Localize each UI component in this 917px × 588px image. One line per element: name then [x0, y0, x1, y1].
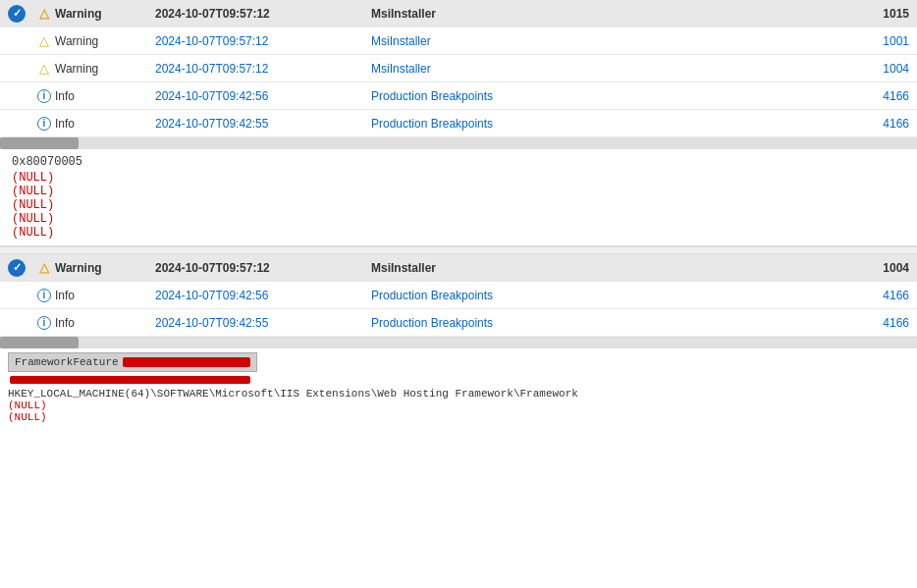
col-datetime: 2024-10-07T09:57:12 — [155, 34, 371, 48]
hex-value: 0x80070005 — [12, 155, 905, 169]
scrollbar-2[interactable] — [0, 337, 917, 348]
detail-panel-1: 0x80070005 (NULL)(NULL)(NULL)(NULL)(NULL… — [0, 149, 917, 246]
registry-line: HKEY_LOCAL_MACHINE(64)\SOFTWARE\Microsof… — [8, 388, 909, 400]
col-datetime: 2024-10-07T09:42:56 — [155, 289, 371, 302]
warning-icon: △ — [37, 7, 51, 21]
null-value: (NULL) — [8, 411, 909, 423]
null-value: (NULL) — [12, 198, 905, 212]
info-icon: i — [37, 89, 51, 103]
col-source: Production Breakpoints — [371, 289, 831, 302]
level-text: Info — [55, 289, 75, 302]
col-eventid: 1001 — [831, 34, 909, 48]
level-text: Warning — [55, 34, 98, 48]
warning-icon: △ — [37, 62, 51, 76]
col-level: iInfo — [37, 117, 155, 131]
null-value: (NULL) — [12, 171, 905, 185]
redacted-2 — [10, 376, 250, 384]
col-eventid: 1015 — [831, 7, 909, 21]
col-source: Production Breakpoints — [371, 117, 831, 131]
section-divider — [0, 246, 917, 254]
col-source: MsiInstaller — [371, 34, 831, 48]
table-row[interactable]: iInfo2024-10-07T09:42:55Production Break… — [0, 309, 917, 337]
table-section-2: ✓△Warning2024-10-07T09:57:12MsiInstaller… — [0, 254, 917, 337]
col-datetime: 2024-10-07T09:42:55 — [155, 117, 371, 131]
table-row[interactable]: iInfo2024-10-07T09:42:56Production Break… — [0, 82, 917, 110]
info-icon: i — [37, 117, 51, 131]
warning-icon: △ — [37, 34, 51, 48]
col-datetime: 2024-10-07T09:42:55 — [155, 316, 371, 330]
col-datetime: 2024-10-07T09:57:12 — [155, 261, 371, 275]
table-row[interactable]: △Warning2024-10-07T09:57:12MsiInstaller1… — [0, 55, 917, 82]
table-row[interactable]: ✓△Warning2024-10-07T09:57:12MsiInstaller… — [0, 254, 917, 282]
col-source: MsiInstaller — [371, 62, 831, 76]
null-value: (NULL) — [12, 226, 905, 240]
col-eventid: 1004 — [831, 62, 909, 76]
level-text: Info — [55, 316, 75, 330]
level-text: Info — [55, 89, 75, 103]
col-level: △Warning — [37, 7, 155, 21]
col-source: Production Breakpoints — [371, 316, 831, 330]
col-datetime: 2024-10-07T09:57:12 — [155, 62, 371, 76]
redacted-2-row — [10, 374, 909, 386]
info-icon: i — [37, 289, 51, 302]
col-eventid: 4166 — [831, 117, 909, 131]
check-circle: ✓ — [8, 5, 26, 23]
col-source: Production Breakpoints — [371, 89, 831, 103]
level-text: Info — [55, 117, 75, 131]
detail-panel-2: FrameworkFeature HKEY_LOCAL_MACHINE(64)\… — [0, 348, 917, 427]
col-level: △Warning — [37, 34, 155, 48]
col-level: △Warning — [37, 62, 155, 76]
null-value: (NULL) — [8, 400, 909, 411]
col-eventid: 1004 — [831, 261, 909, 275]
table-row[interactable]: iInfo2024-10-07T09:42:56Production Break… — [0, 282, 917, 309]
table-row[interactable]: iInfo2024-10-07T09:42:55Production Break… — [0, 110, 917, 137]
null-value: (NULL) — [12, 212, 905, 226]
col-eventid: 4166 — [831, 289, 909, 302]
level-text: Warning — [55, 7, 102, 21]
level-text: Warning — [55, 261, 102, 275]
framework-feature-label: FrameworkFeature — [15, 356, 119, 368]
table-section-1: ✓△Warning2024-10-07T09:57:12MsiInstaller… — [0, 0, 917, 137]
warning-icon: △ — [37, 261, 51, 275]
col-datetime: 2024-10-07T09:42:56 — [155, 89, 371, 103]
detail2-header: FrameworkFeature — [8, 352, 257, 372]
col-level: △Warning — [37, 261, 155, 275]
col-check: ✓ — [8, 259, 37, 277]
info-icon: i — [37, 316, 51, 330]
null-value: (NULL) — [12, 185, 905, 198]
check-circle: ✓ — [8, 259, 26, 277]
col-source: MsiInstaller — [371, 7, 831, 21]
col-eventid: 4166 — [831, 89, 909, 103]
table-row[interactable]: △Warning2024-10-07T09:57:12MsiInstaller1… — [0, 27, 917, 55]
level-text: Warning — [55, 62, 98, 76]
col-level: iInfo — [37, 89, 155, 103]
table-row[interactable]: ✓△Warning2024-10-07T09:57:12MsiInstaller… — [0, 0, 917, 27]
col-level: iInfo — [37, 316, 155, 330]
scrollbar-1[interactable] — [0, 137, 917, 149]
col-check: ✓ — [8, 5, 37, 23]
main-container: ✓△Warning2024-10-07T09:57:12MsiInstaller… — [0, 0, 917, 427]
col-source: MsiInstaller — [371, 261, 831, 275]
col-datetime: 2024-10-07T09:57:12 — [155, 7, 371, 21]
redacted-1 — [123, 357, 250, 367]
col-eventid: 4166 — [831, 316, 909, 330]
col-level: iInfo — [37, 289, 155, 302]
